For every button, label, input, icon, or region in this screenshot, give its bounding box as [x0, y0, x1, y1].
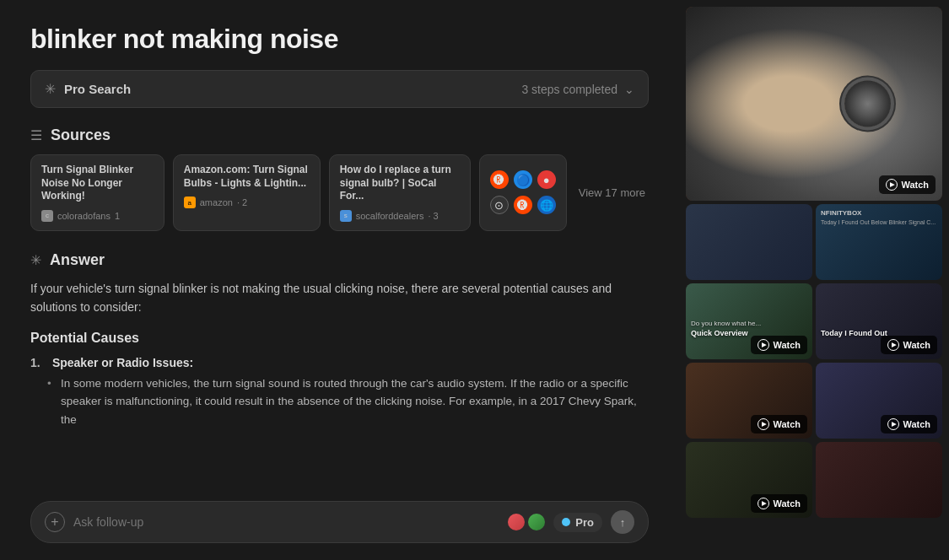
watch-label-8: Watch — [773, 498, 801, 509]
pro-label: Pro — [575, 516, 594, 529]
sparkle-icon: ✳ — [45, 81, 56, 97]
play-icon-main: ▶ — [886, 179, 898, 191]
video-thumb-5[interactable]: ▶ Watch Today I Found Out — [816, 283, 942, 359]
pro-dot — [562, 518, 570, 526]
sources-title: Sources — [51, 127, 111, 144]
thumb-bg-9 — [816, 442, 942, 518]
play-icon-6: ▶ — [758, 418, 769, 430]
source-avatar-1: c — [41, 210, 53, 222]
watch-label-7: Watch — [903, 419, 930, 429]
cause-1-title: 1. Speaker or Radio Issues: — [30, 356, 649, 369]
answer-section: ✳ Answer If your vehicle's turn signal b… — [30, 251, 649, 489]
play-icon-7: ▶ — [887, 418, 899, 430]
watch-label-main: Watch — [901, 180, 929, 190]
grammarly-icon — [508, 514, 545, 530]
sources-row: Turn Signal Blinker Noise No Longer Work… — [30, 154, 649, 231]
reddit-icon-1: 🅡 — [490, 170, 509, 189]
watch-badge-5: ▶ Watch — [881, 336, 937, 354]
steps-completed-text: 3 steps completed — [521, 83, 617, 96]
source-card-2[interactable]: Amazon.com: Turn Signal Bulbs - Lights &… — [173, 154, 321, 231]
source-card-1-site: coloradofans — [57, 211, 111, 221]
video-thumb-3[interactable]: NFINITYBOX Today I Found Out Below Blink… — [816, 204, 942, 280]
video-thumb-6[interactable]: ▶ Watch — [686, 363, 812, 439]
video-thumb-7[interactable]: ▶ Watch — [816, 363, 942, 439]
video-thumb-8[interactable]: ▶ Watch — [686, 442, 812, 518]
source-icon-6: 🌐 — [537, 196, 556, 214]
source-card-2-number: · 2 — [237, 197, 247, 207]
mercedes-icon: ⊙ — [490, 196, 509, 214]
source-card-3-number: · 3 — [428, 211, 438, 221]
pro-search-right: 3 steps completed ⌄ — [521, 83, 634, 96]
watch-badge-main: ▶ Watch — [879, 175, 936, 194]
source-card-2-title: Amazon.com: Turn Signal Bulbs - Lights &… — [184, 164, 310, 190]
grammarly-g-icon — [508, 514, 525, 530]
cause-item-1: 1. Speaker or Radio Issues: In some mode… — [30, 356, 649, 429]
source-card-1-meta: c coloradofans 1 — [41, 210, 154, 222]
send-button[interactable]: ↑ — [611, 510, 634, 534]
thumb-sublabel-4: Do you know what he... — [691, 320, 761, 327]
page-title: blinker not making noise — [30, 24, 649, 55]
watch-label-5: Watch — [903, 340, 930, 350]
source-card-1[interactable]: Turn Signal Blinker Noise No Longer Work… — [30, 154, 164, 231]
source-card-1-number: 1 — [115, 211, 120, 221]
bottom-bar: + Pro ↑ — [30, 501, 649, 543]
thumb-label-5: Today I Found Out — [821, 329, 887, 337]
source-icon-3: ● — [537, 170, 556, 189]
thumb-sublabel-3: Today I Found Out Below Blinker Signal C… — [821, 219, 939, 226]
pro-search-bar[interactable]: ✳ Pro Search 3 steps completed ⌄ — [30, 70, 649, 108]
potential-causes-title: Potential Causes — [30, 331, 649, 346]
left-panel: blinker not making noise ✳ Pro Search 3 … — [0, 0, 679, 560]
video-thumb-2[interactable] — [686, 204, 812, 280]
right-panel: ▶ Watch NFINITYBOX Today I Found Out Bel… — [679, 0, 949, 560]
pro-search-left: ✳ Pro Search — [45, 81, 131, 97]
answer-header: ✳ Answer — [30, 251, 649, 269]
play-icon-4: ▶ — [758, 339, 769, 351]
source-card-3[interactable]: How do I replace a turn signal bulb? | S… — [329, 154, 471, 231]
play-icon-5: ▶ — [887, 339, 899, 351]
sources-icon: ☰ — [30, 127, 42, 143]
watch-label-4: Watch — [773, 340, 801, 350]
answer-body: If your vehicle's turn signal blinker is… — [30, 279, 649, 317]
grammarly-check-icon — [528, 514, 545, 530]
emoji-row-1: 🅡 🔵 ● — [490, 170, 556, 189]
source-card-2-site: amazon — [200, 197, 233, 207]
answer-icon: ✳ — [30, 252, 41, 268]
pro-toggle[interactable]: Pro — [553, 513, 602, 532]
video-thumb-main[interactable]: ▶ Watch — [686, 7, 942, 201]
sources-header: ☰ Sources — [30, 127, 649, 144]
cause-1-detail: In some modern vehicles, the turn signal… — [30, 374, 649, 429]
cause-1-label: Speaker or Radio Issues: — [52, 356, 193, 369]
source-avatar-2: a — [184, 197, 196, 208]
source-card-2-meta: a amazon · 2 — [184, 197, 310, 208]
add-followup-icon[interactable]: + — [45, 512, 65, 532]
view-more-text: View 17 more — [579, 186, 645, 199]
source-card-1-title: Turn Signal Blinker Noise No Longer Work… — [41, 164, 154, 203]
answer-title: Answer — [50, 251, 105, 269]
cause-1-number: 1. — [30, 356, 49, 369]
video-thumb-9[interactable] — [816, 442, 942, 518]
chevron-down-icon[interactable]: ⌄ — [624, 83, 634, 96]
source-card-3-title: How do I replace a turn signal bulb? | S… — [340, 164, 460, 203]
thumb-label-4: Quick Overview — [691, 329, 748, 337]
thumb-label-3: NFINITYBOX — [821, 209, 861, 217]
followup-input[interactable] — [73, 515, 499, 529]
source-icon-2: 🔵 — [514, 170, 532, 189]
pro-search-label: Pro Search — [64, 82, 131, 96]
reddit-icon-2: 🅡 — [514, 196, 532, 214]
watch-badge-6: ▶ Watch — [751, 415, 807, 433]
emoji-row-2: ⊙ 🅡 🌐 — [490, 196, 556, 214]
play-icon-8: ▶ — [758, 498, 769, 509]
source-card-3-site: socalforddealers — [356, 211, 424, 221]
video-thumb-4[interactable]: ▶ Watch Quick Overview Do you know what … — [686, 283, 812, 359]
watch-badge-7: ▶ Watch — [881, 415, 937, 433]
emoji-sources: 🅡 🔵 ● ⊙ 🅡 🌐 — [479, 154, 567, 231]
watch-badge-4: ▶ Watch — [751, 336, 807, 354]
thumb-bg-2 — [686, 204, 812, 280]
watch-label-6: Watch — [773, 419, 801, 429]
thumb-bg-main — [686, 7, 942, 201]
view-more-button[interactable]: View 17 more — [575, 154, 649, 231]
source-card-3-meta: s socalforddealers · 3 — [340, 210, 460, 222]
source-avatar-3: s — [340, 210, 352, 222]
watch-badge-8: ▶ Watch — [751, 494, 807, 513]
